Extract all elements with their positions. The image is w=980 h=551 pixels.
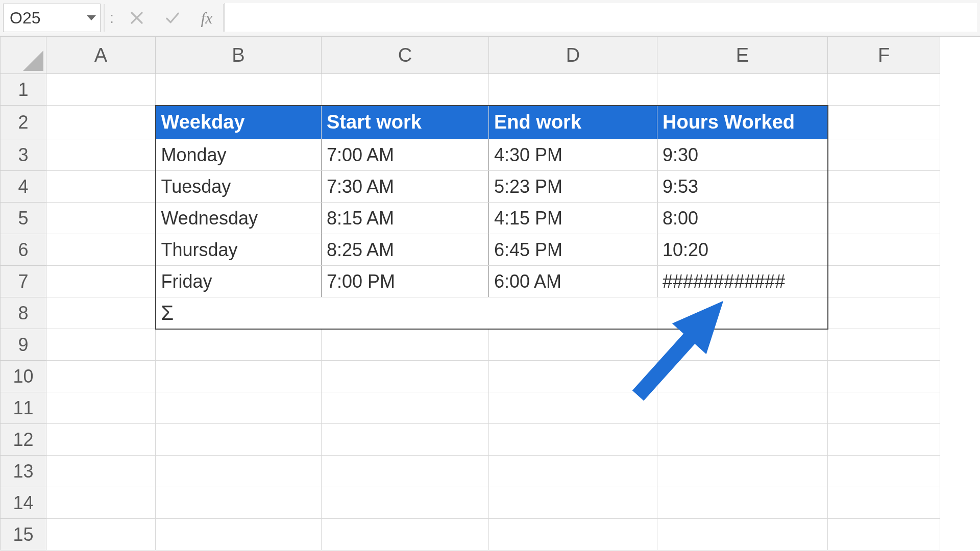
cell[interactable]: Weekday bbox=[156, 106, 322, 139]
row-header[interactable]: 3 bbox=[1, 139, 46, 171]
cell[interactable] bbox=[322, 519, 489, 550]
cell[interactable]: 6:00 AM bbox=[489, 266, 657, 297]
cell[interactable] bbox=[828, 329, 940, 361]
spreadsheet-grid[interactable]: A B C D E F 1 2 Weekday Start work End w… bbox=[0, 37, 980, 551]
cell[interactable]: 6:45 PM bbox=[489, 234, 657, 266]
row-header[interactable]: 1 bbox=[1, 74, 46, 106]
cell[interactable] bbox=[828, 234, 940, 266]
cell[interactable] bbox=[828, 203, 940, 234]
cell[interactable]: End work bbox=[489, 106, 657, 139]
cell[interactable] bbox=[828, 487, 940, 519]
cell[interactable] bbox=[322, 329, 489, 361]
enter-button[interactable] bbox=[155, 0, 190, 36]
cell[interactable] bbox=[322, 424, 489, 456]
cell[interactable] bbox=[156, 424, 322, 456]
cell[interactable] bbox=[322, 361, 489, 392]
cell[interactable]: 8:15 AM bbox=[322, 203, 489, 234]
cell[interactable] bbox=[46, 519, 156, 550]
column-header-C[interactable]: C bbox=[322, 37, 489, 74]
cell[interactable] bbox=[156, 456, 322, 487]
cell[interactable] bbox=[657, 424, 828, 456]
cell[interactable] bbox=[46, 487, 156, 519]
row-header[interactable]: 13 bbox=[1, 456, 46, 487]
cell[interactable] bbox=[489, 74, 657, 106]
row-header[interactable]: 15 bbox=[1, 519, 46, 550]
cell[interactable] bbox=[322, 74, 489, 106]
cell[interactable] bbox=[657, 456, 828, 487]
cell[interactable]: 9:30 bbox=[657, 139, 828, 171]
column-header-F[interactable]: F bbox=[828, 37, 940, 74]
cell[interactable] bbox=[657, 329, 828, 361]
cancel-button[interactable] bbox=[119, 0, 155, 36]
cell[interactable] bbox=[657, 519, 828, 550]
cell[interactable] bbox=[46, 456, 156, 487]
cell[interactable] bbox=[657, 297, 828, 329]
row-header[interactable]: 5 bbox=[1, 203, 46, 234]
cell[interactable] bbox=[322, 456, 489, 487]
cell[interactable]: 4:30 PM bbox=[489, 139, 657, 171]
cell[interactable] bbox=[657, 392, 828, 424]
cell[interactable] bbox=[46, 424, 156, 456]
cell[interactable] bbox=[489, 424, 657, 456]
cell[interactable] bbox=[489, 361, 657, 392]
cell[interactable] bbox=[46, 266, 156, 297]
column-header-B[interactable]: B bbox=[156, 37, 322, 74]
cell[interactable]: 4:15 PM bbox=[489, 203, 657, 234]
column-header-E[interactable]: E bbox=[657, 37, 828, 74]
cell[interactable] bbox=[46, 139, 156, 171]
cell[interactable] bbox=[489, 487, 657, 519]
row-header[interactable]: 10 bbox=[1, 361, 46, 392]
cell[interactable]: 7:00 AM bbox=[322, 139, 489, 171]
cell[interactable] bbox=[46, 203, 156, 234]
cell[interactable] bbox=[828, 519, 940, 550]
cell[interactable] bbox=[156, 519, 322, 550]
row-header[interactable]: 2 bbox=[1, 106, 46, 139]
cell[interactable]: 8:00 bbox=[657, 203, 828, 234]
cell[interactable]: 5:23 PM bbox=[489, 171, 657, 203]
cell[interactable]: ############ bbox=[657, 266, 828, 297]
row-header[interactable]: 6 bbox=[1, 234, 46, 266]
cell[interactable] bbox=[322, 392, 489, 424]
column-header-D[interactable]: D bbox=[489, 37, 657, 74]
cell[interactable]: Wednesday bbox=[156, 203, 322, 234]
formula-input[interactable] bbox=[224, 3, 977, 32]
cell[interactable] bbox=[156, 74, 322, 106]
cell[interactable] bbox=[657, 487, 828, 519]
cell[interactable] bbox=[828, 361, 940, 392]
cell[interactable]: Friday bbox=[156, 266, 322, 297]
cell[interactable] bbox=[46, 297, 156, 329]
row-header[interactable]: 9 bbox=[1, 329, 46, 361]
row-header[interactable]: 7 bbox=[1, 266, 46, 297]
cell[interactable] bbox=[828, 106, 940, 139]
cell[interactable] bbox=[46, 361, 156, 392]
cell[interactable] bbox=[489, 329, 657, 361]
cell[interactable] bbox=[489, 392, 657, 424]
insert-function-button[interactable]: fx bbox=[190, 0, 223, 36]
cell[interactable]: Monday bbox=[156, 139, 322, 171]
cell[interactable] bbox=[828, 266, 940, 297]
cell[interactable] bbox=[828, 424, 940, 456]
cell[interactable] bbox=[156, 487, 322, 519]
row-header[interactable]: 8 bbox=[1, 297, 46, 329]
cell[interactable]: 9:53 bbox=[657, 171, 828, 203]
cell[interactable]: Tuesday bbox=[156, 171, 322, 203]
cell[interactable]: Start work bbox=[322, 106, 489, 139]
cell[interactable] bbox=[46, 171, 156, 203]
cell[interactable]: 7:30 AM bbox=[322, 171, 489, 203]
cell[interactable] bbox=[828, 297, 940, 329]
cell[interactable] bbox=[156, 392, 322, 424]
row-header[interactable]: 14 bbox=[1, 487, 46, 519]
cell[interactable] bbox=[828, 171, 940, 203]
cell[interactable]: 7:00 PM bbox=[322, 266, 489, 297]
name-box[interactable]: O25 bbox=[3, 4, 101, 32]
cell[interactable] bbox=[46, 106, 156, 139]
cell[interactable] bbox=[46, 74, 156, 106]
cell[interactable]: 10:20 bbox=[657, 234, 828, 266]
cell[interactable] bbox=[828, 456, 940, 487]
cell[interactable] bbox=[657, 361, 828, 392]
cell[interactable] bbox=[657, 74, 828, 106]
cell[interactable] bbox=[828, 74, 940, 106]
cell[interactable] bbox=[489, 456, 657, 487]
row-header[interactable]: 11 bbox=[1, 392, 46, 424]
row-header[interactable]: 12 bbox=[1, 424, 46, 456]
